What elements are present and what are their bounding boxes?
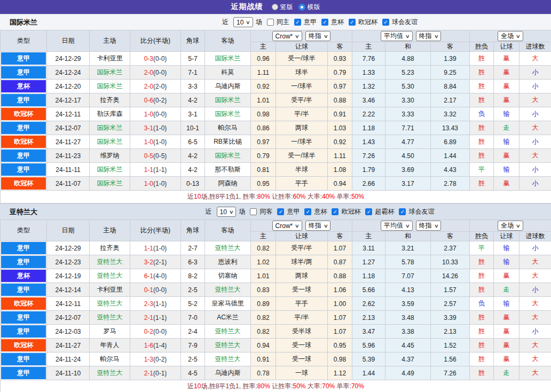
result-goals: 大	[519, 93, 551, 107]
away-team: 亚特兰大	[205, 352, 251, 366]
result-handicap: 赢	[494, 311, 519, 325]
odds-home: 0.82	[251, 241, 276, 255]
home-team-name: 亚特兰大	[97, 272, 123, 279]
scope-select[interactable]: 全场∨	[498, 221, 523, 231]
league-checkbox[interactable]: ✓	[382, 19, 389, 26]
average-time-select[interactable]: 终指∨	[416, 221, 442, 231]
summary-segment: 大率:	[306, 193, 322, 200]
result-handicap: 输	[494, 255, 519, 269]
average-select[interactable]: 平均值∨	[381, 31, 413, 41]
score-cell: 1-1(1-0)	[130, 241, 181, 255]
layout-radio-horizontal[interactable]: 横版	[298, 3, 320, 12]
league-type-badge: 欧冠杯	[1, 135, 47, 149]
home-team-name: 亚特兰大	[97, 369, 123, 377]
league-checkbox[interactable]: ✓	[321, 19, 328, 26]
score-cell: 3-1(1-0)	[130, 121, 181, 135]
match-date: 24-12-19	[47, 269, 90, 283]
home-team-name: 拉齐奥	[100, 96, 120, 104]
odds-company-select[interactable]: Crow*∨	[272, 221, 302, 231]
match-date: 24-12-07	[47, 311, 90, 325]
corners-cell: 10-1	[181, 121, 205, 135]
league-type-badge: 意甲	[1, 311, 47, 325]
home-team-name: 国际米兰	[97, 68, 123, 76]
avg-home-odds: 3.11	[352, 241, 385, 255]
odds-company-select[interactable]: Crow*∨	[272, 31, 302, 41]
away-team-name: 帕尔马	[218, 124, 238, 131]
league-checkbox-label: 意杯	[331, 18, 344, 27]
odds-time-select[interactable]: 终指∨	[305, 221, 331, 231]
half-time-score: (1-0)	[153, 138, 167, 146]
odds-time-select[interactable]: 终指∨	[305, 31, 331, 41]
corners-cell: 6-3	[181, 255, 205, 269]
corners-cell: 4-2	[181, 149, 205, 163]
select-value: Crow*	[276, 33, 293, 40]
summary-segment: 让胜率:	[270, 193, 293, 200]
layout-radio-vertical[interactable]: 竖版	[272, 3, 293, 12]
odds-handicap: 平/半	[276, 107, 328, 121]
full-time-score: 3-2	[144, 258, 153, 266]
odds-selects: Crow*∨终指∨	[252, 31, 351, 41]
match-row: 意甲24-12-03罗马0-2(0-0)2-4亚特兰大0.82受半球1.073.…	[1, 325, 551, 339]
score-cell: 2-0(0-0)	[130, 66, 181, 80]
odds-home: 0.78	[251, 366, 276, 380]
match-row: 意甲24-12-14卡利亚里0-1(0-0)2-5亚特兰大0.83受一球1.06…	[1, 283, 551, 297]
result-win-draw-loss: 胜	[470, 255, 494, 269]
result-handicap: 赢	[494, 66, 519, 80]
league-checkbox[interactable]: ✓	[277, 208, 284, 215]
games-count-select[interactable]: 10∨	[217, 207, 237, 217]
radio-unchecked-icon[interactable]	[272, 4, 278, 10]
select-value: 平均值	[384, 221, 403, 230]
games-count-select[interactable]: 10∨	[233, 17, 253, 27]
half-time-score: (2-0)	[153, 83, 167, 90]
avg-draw-odds: 7.07	[385, 269, 431, 283]
full-time-score: 1-6	[144, 342, 153, 349]
sub-column-header: 让球	[276, 232, 328, 241]
score-cell: 1-1(1-1)	[130, 163, 181, 177]
result-handicap: 输	[494, 241, 519, 255]
league-checkbox[interactable]: ✓	[304, 208, 311, 215]
avg-draw-odds: 4.50	[385, 149, 431, 163]
away-team-name: 国际米兰	[215, 54, 241, 62]
average-time-select[interactable]: 终指∨	[416, 31, 442, 41]
home-team: 国际米兰	[90, 163, 130, 177]
result-group-header: 全场∨	[470, 220, 551, 232]
full-time-score: 1-0	[144, 180, 153, 187]
away-team: 国际米兰	[205, 52, 251, 66]
corners-cell: 8-2	[181, 269, 205, 283]
league-checkbox[interactable]: ✓	[349, 19, 356, 26]
home-team-name: 卡利亚里	[97, 54, 123, 62]
match-row: 意杯24-12-20国际米兰2-0(2-0)3-3乌迪内斯0.92一/球半0.9…	[1, 80, 551, 93]
avg-away-odds: 1.52	[431, 339, 470, 352]
match-row: 意甲24-12-17拉齐奥0-6(0-2)4-2国际米兰1.01受平/半0.88…	[1, 93, 551, 107]
result-win-draw-loss: 胜	[470, 93, 494, 107]
radio-horizontal-label: 横版	[308, 3, 320, 12]
same-venue-checkbox[interactable]	[250, 208, 257, 215]
league-checkbox[interactable]: ✓	[294, 19, 301, 26]
same-venue-checkbox[interactable]	[267, 19, 274, 26]
match-date: 24-12-07	[47, 121, 90, 135]
average-select[interactable]: 平均值∨	[381, 221, 413, 231]
league-checkbox[interactable]: ✓	[365, 208, 372, 215]
radio-checked-icon[interactable]	[298, 4, 305, 11]
avg-home-odds: 1.44	[352, 366, 385, 380]
select-value: 终指	[419, 221, 432, 230]
odds-handicap: 球半/两	[276, 255, 328, 269]
result-handicap: 输	[494, 163, 519, 177]
match-row: 欧冠杯24-11-07国际米兰1-0(1-0)0-13阿森纳0.95平手0.94…	[1, 177, 551, 191]
avg-draw-odds: 4.49	[385, 366, 431, 380]
league-checkbox[interactable]: ✓	[332, 208, 339, 215]
full-time-score: 1-0	[144, 138, 153, 146]
result-goals: 小	[519, 66, 551, 80]
avg-away-odds: 1.56	[431, 352, 470, 366]
summary-segment: 近	[187, 382, 194, 390]
scope-select[interactable]: 全场∨	[498, 31, 523, 41]
summary-text: 近10场,胜8平1负1, 胜率:80% 让胜率:50% 大率:70% 单率:70…	[1, 380, 551, 392]
odds-away: 1.07	[328, 311, 352, 325]
full-time-score: 1-1	[144, 245, 153, 252]
league-checkbox[interactable]: ✓	[399, 208, 406, 215]
odds-handicap: 平手	[276, 177, 328, 191]
half-time-score: (1-0)	[153, 124, 167, 132]
home-team: 国际米兰	[90, 177, 130, 191]
sub-column-header: 胜负	[470, 42, 494, 52]
avg-away-odds: 14.26	[431, 269, 470, 283]
